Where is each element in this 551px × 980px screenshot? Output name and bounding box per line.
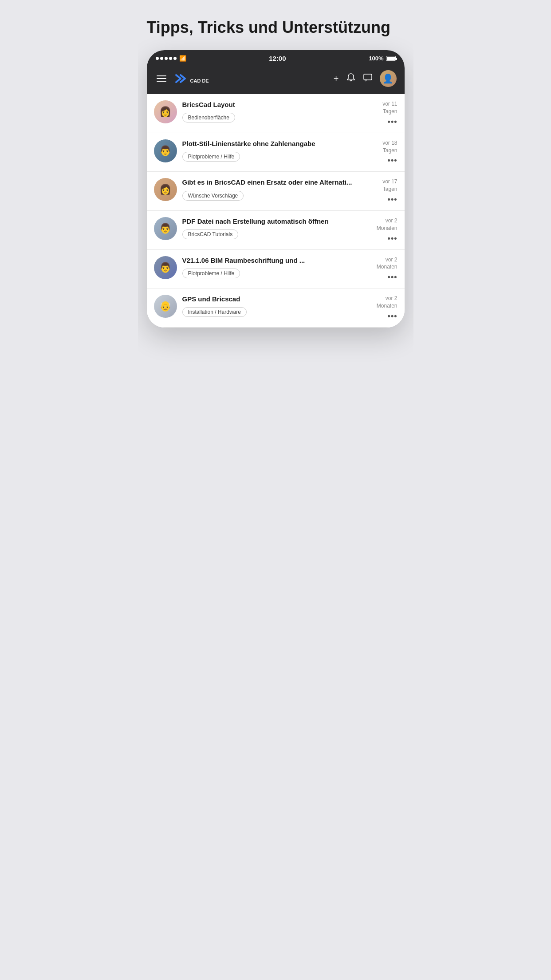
status-bar: 📶 12:00 100% [147,50,405,66]
avatar: 👩 [154,178,177,201]
dot-2 [160,57,163,60]
post-content: BricsCad Layout Bedienoberfläche [182,100,361,122]
post-item[interactable]: 👨 Plott-Stil-Linienstärke ohne Zahlenang… [147,133,405,172]
status-time: 12:00 [269,55,286,62]
post-content: V21.1.06 BIM Raumbeschriftung und ... Pl… [182,256,361,278]
post-item[interactable]: 👨 PDF Datei nach Erstellung automatisch … [147,211,405,250]
post-title: Plott-Stil-Linienstärke ohne Zahlenangab… [182,139,361,148]
post-list: 👩 BricsCad Layout Bedienoberfläche vor 1… [147,94,405,328]
battery-fill [387,57,395,60]
post-tag[interactable]: Plotprobleme / Hilfe [182,152,240,162]
post-tag[interactable]: Plotprobleme / Hilfe [182,269,240,278]
avatar-emoji: 👴 [159,300,171,312]
post-meta: vor 2Monaten ••• [366,256,398,282]
signal-dots [156,57,177,60]
app-logo[interactable]: CAD DE [174,72,209,85]
post-content: Plott-Stil-Linienstärke ohne Zahlenangab… [182,139,361,162]
avatar-emoji: 👨 [159,223,171,234]
add-button[interactable]: + [334,74,339,84]
post-time: vor 18Tagen [382,139,397,154]
post-options-button[interactable]: ••• [388,234,398,243]
avatar: 👨 [154,139,177,162]
post-title: V21.1.06 BIM Raumbeschriftung und ... [182,256,361,265]
battery-percent: 100% [369,55,383,62]
dot-4 [169,57,172,60]
avatar: 👩 [154,100,177,123]
post-time: vor 2Monaten [377,217,398,232]
post-tag[interactable]: Wünsche Vorschläge [182,191,244,201]
hamburger-menu-button[interactable] [155,74,168,83]
post-content: Gibt es in BricsCAD einen Ersatz oder ei… [182,178,361,200]
svg-rect-0 [364,74,372,80]
hamburger-line-1 [157,75,166,76]
post-tag[interactable]: Installation / Hardware [182,307,247,317]
page-title: Tipps, Tricks und Unterstützung [147,18,405,37]
status-right: 100% [369,55,395,62]
post-title: Gibt es in BricsCAD einen Ersatz oder ei… [182,178,361,187]
chat-bubble-icon [363,73,373,83]
hamburger-line-2 [157,78,166,79]
post-time: vor 2Monaten [377,256,398,271]
post-time: vor 2Monaten [377,295,398,310]
post-item[interactable]: 👩 Gibt es in BricsCAD einen Ersatz oder … [147,172,405,211]
avatar: 👴 [154,295,177,318]
post-content: GPS und Bricscad Installation / Hardware [182,295,361,317]
post-time: vor 17Tagen [382,178,397,193]
bell-icon[interactable] [346,73,356,85]
avatar-emoji: 👩 [159,106,171,118]
nav-bar: CAD DE + 👤 [147,66,405,94]
avatar: 👨 [154,217,177,240]
post-item[interactable]: 👴 GPS und Bricscad Installation / Hardwa… [147,288,405,328]
avatar-image: 👤 [382,73,394,84]
battery-icon [386,56,396,61]
hamburger-line-3 [157,81,166,82]
logo-text: CAD DE [190,78,209,83]
post-time: vor 11Tagen [382,100,397,115]
message-icon[interactable] [363,73,373,85]
post-title: PDF Datei nach Erstellung automatisch öf… [182,217,361,226]
post-meta: vor 2Monaten ••• [366,295,398,321]
wifi-icon: 📶 [179,55,186,62]
post-meta: vor 18Tagen ••• [366,139,398,166]
post-options-button[interactable]: ••• [388,195,398,204]
avatar-emoji: 👨 [159,145,171,157]
post-meta: vor 2Monaten ••• [366,217,398,243]
post-meta: vor 11Tagen ••• [366,100,398,126]
post-options-button[interactable]: ••• [388,117,398,126]
post-item[interactable]: 👩 BricsCad Layout Bedienoberfläche vor 1… [147,94,405,133]
post-content: PDF Datei nach Erstellung automatisch öf… [182,217,361,239]
post-options-button[interactable]: ••• [388,312,398,321]
dot-3 [165,57,168,60]
nav-icons: + 👤 [334,70,397,87]
logo-arrows-icon [174,72,189,85]
post-meta: vor 17Tagen ••• [366,178,398,204]
status-left: 📶 [156,55,186,62]
notification-bell-icon [346,73,356,83]
phone-frame: 📶 12:00 100% CAD DE [147,50,405,328]
dot-5 [173,57,177,60]
avatar-emoji: 👩 [159,184,171,195]
avatar-emoji: 👨 [159,262,171,273]
dot-1 [156,57,159,60]
post-options-button[interactable]: ••• [388,273,398,282]
post-tag[interactable]: Bedienoberfläche [182,113,235,122]
post-options-button[interactable]: ••• [388,156,398,165]
post-title: GPS und Bricscad [182,295,361,304]
post-title: BricsCad Layout [182,100,361,109]
page-wrapper: Tipps, Tricks und Unterstützung 📶 12:00 … [138,0,413,980]
avatar: 👨 [154,256,177,279]
post-tag[interactable]: BricsCAD Tutorials [182,229,239,239]
user-avatar[interactable]: 👤 [380,70,397,87]
post-item[interactable]: 👨 V21.1.06 BIM Raumbeschriftung und ... … [147,250,405,289]
